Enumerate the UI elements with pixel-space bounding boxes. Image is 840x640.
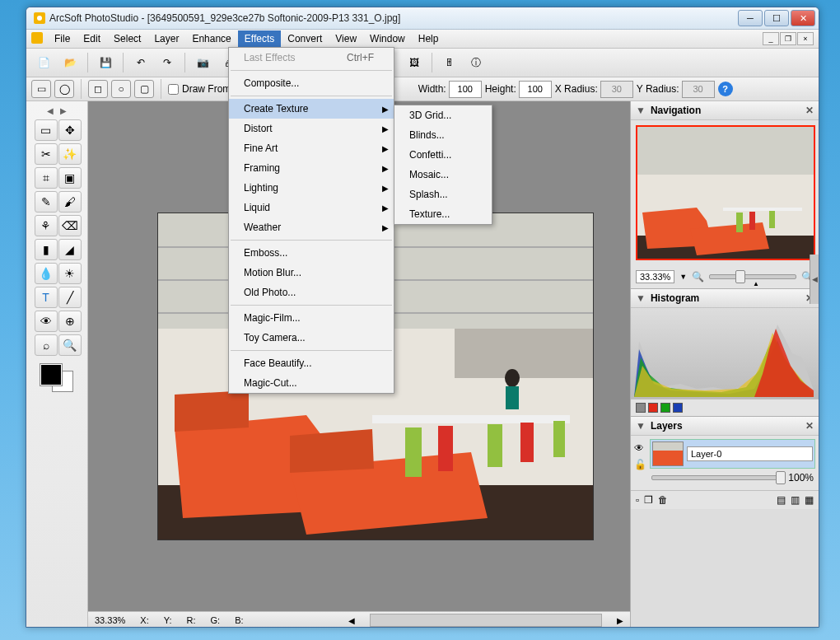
mi-texture[interactable]: Texture... — [394, 204, 544, 224]
eraser-tool-icon[interactable]: ⌫ — [58, 215, 82, 236]
mi-splash[interactable]: Splash... — [394, 185, 544, 204]
line-tool-icon[interactable]: ╱ — [58, 287, 82, 308]
layer-menu1-icon[interactable]: ▤ — [777, 494, 786, 506]
menu-window[interactable]: Window — [363, 30, 412, 47]
toolbox-right-icon[interactable]: ▶ — [59, 106, 68, 114]
mdi-close[interactable]: × — [797, 32, 814, 45]
transform-tool-icon[interactable]: ▣ — [58, 167, 82, 189]
mi-blinds[interactable]: Blinds... — [394, 125, 544, 145]
mi-framing[interactable]: Framing▶ — [229, 158, 394, 178]
mi-face-beautify[interactable]: Face Beautify... — [229, 353, 394, 373]
undo-icon[interactable]: ↶ — [128, 50, 153, 75]
mi-confetti[interactable]: Confetti... — [394, 145, 544, 165]
mi-last-effects[interactable]: Last EffectsCtrl+F — [229, 48, 394, 68]
move-tool-icon[interactable]: ✥ — [58, 119, 82, 141]
hist-blue-icon[interactable] — [673, 403, 683, 413]
maximize-button[interactable]: ☐ — [764, 10, 789, 26]
layer-opacity-slider[interactable] — [651, 475, 785, 480]
brush-tool-icon[interactable]: 🖌 — [58, 191, 82, 213]
layer-row[interactable] — [650, 439, 815, 469]
menu-file[interactable]: File — [48, 30, 77, 47]
marquee-tool-icon[interactable]: ▭ — [35, 119, 58, 141]
shape-circle-icon[interactable]: ○ — [111, 80, 131, 98]
new-layer-icon[interactable]: ▫ — [636, 494, 639, 506]
bucket-tool-icon[interactable]: ▮ — [35, 239, 58, 260]
shape-ellipse-icon[interactable]: ◯ — [54, 80, 74, 98]
shape-rect-icon[interactable]: ▭ — [31, 80, 51, 98]
mi-magic-cut[interactable]: Magic-Cut... — [229, 373, 394, 393]
height-input[interactable] — [519, 81, 552, 98]
layer-menu2-icon[interactable]: ▥ — [791, 494, 800, 506]
close-panel-icon[interactable]: ✕ — [805, 105, 814, 116]
pen-tool-icon[interactable]: ✎ — [35, 191, 58, 213]
mi-old-photo[interactable]: Old Photo... — [229, 283, 394, 302]
nav-zoom-value[interactable]: 33.33% — [636, 270, 674, 283]
menu-layer[interactable]: Layer — [147, 30, 185, 47]
mi-magic-film[interactable]: Magic-Film... — [229, 308, 394, 328]
mi-composite[interactable]: Composite... — [229, 73, 394, 93]
heal-tool-icon[interactable]: ⊕ — [58, 311, 82, 332]
mdi-restore[interactable]: ❐ — [780, 32, 796, 45]
new-file-icon[interactable]: 📄 — [31, 50, 56, 75]
mi-motion-blur[interactable]: Motion Blur... — [229, 263, 394, 283]
mi-fine-art[interactable]: Fine Art▶ — [229, 138, 394, 158]
panel-collapse-handle[interactable]: ◀ — [810, 255, 819, 304]
save-icon[interactable]: 💾 — [93, 50, 118, 75]
minimize-button[interactable]: ─ — [738, 10, 763, 26]
menu-edit[interactable]: Edit — [77, 30, 107, 47]
layer-name-input[interactable] — [687, 446, 813, 461]
slider-icon[interactable]: 🎚 — [437, 50, 462, 75]
wand-tool-icon[interactable]: ✨ — [58, 143, 82, 165]
collapse-icon[interactable]: ▼ — [636, 105, 646, 116]
info-icon[interactable]: ⓘ — [464, 50, 488, 75]
stamp-tool-icon[interactable]: ⚘ — [35, 215, 58, 236]
mi-3d-grid[interactable]: 3D Grid... — [394, 105, 544, 125]
yradius-input[interactable] — [682, 81, 715, 98]
close-panel-icon[interactable]: ✕ — [805, 420, 814, 432]
hist-gray-icon[interactable] — [636, 403, 646, 413]
mi-emboss[interactable]: Emboss... — [229, 243, 394, 263]
menu-view[interactable]: View — [329, 30, 363, 47]
layer-menu3-icon[interactable]: ▦ — [805, 494, 814, 506]
menu-select[interactable]: Select — [107, 30, 147, 47]
text-tool-icon[interactable]: T — [35, 287, 58, 308]
nav-zoom-slider[interactable]: ▲ — [709, 274, 796, 279]
capture-icon[interactable]: 📷 — [190, 50, 215, 75]
blur-tool-icon[interactable]: 💧 — [35, 263, 58, 284]
menu-convert[interactable]: Convert — [281, 30, 329, 47]
mi-mosaic[interactable]: Mosaic... — [394, 165, 544, 185]
gradient-tool-icon[interactable]: ◢ — [58, 239, 82, 260]
dodge-tool-icon[interactable]: ☀ — [58, 263, 82, 284]
collapse-icon[interactable]: ▼ — [636, 292, 646, 304]
eyedropper-tool-icon[interactable]: ⌕ — [35, 334, 58, 356]
browse-icon[interactable]: 🖼 — [402, 50, 427, 75]
xradius-input[interactable] — [600, 81, 633, 98]
layer-visibility-icon[interactable]: 👁 — [634, 442, 646, 454]
collapse-icon[interactable]: ▼ — [636, 420, 646, 432]
menu-enhance[interactable]: Enhance — [185, 30, 237, 47]
navigation-thumbnail[interactable] — [636, 125, 815, 260]
app-menu-icon[interactable] — [31, 32, 44, 45]
hist-red-icon[interactable] — [648, 403, 658, 413]
zoom-tool-icon[interactable]: 🔍 — [58, 334, 82, 356]
delete-layer-icon[interactable]: 🗑 — [658, 494, 668, 506]
menu-help[interactable]: Help — [412, 30, 446, 47]
mi-lighting[interactable]: Lighting▶ — [229, 178, 394, 198]
shape-roundrect-icon[interactable]: ▢ — [134, 80, 154, 98]
mi-liquid[interactable]: Liquid▶ — [229, 198, 394, 217]
redo-icon[interactable]: ↷ — [155, 50, 180, 75]
shape-square-icon[interactable]: ◻ — [88, 80, 108, 98]
close-button[interactable]: ✕ — [791, 10, 815, 26]
help-icon[interactable]: ? — [718, 82, 733, 96]
menu-effects[interactable]: Effects — [238, 30, 281, 47]
lasso-tool-icon[interactable]: ✂ — [35, 143, 58, 165]
redeye-tool-icon[interactable]: 👁 — [35, 311, 58, 332]
mi-create-texture[interactable]: Create Texture▶ — [229, 99, 394, 119]
mi-toy-camera[interactable]: Toy Camera... — [229, 328, 394, 348]
zoom-out-icon[interactable]: 🔍 — [692, 271, 704, 283]
color-swatch[interactable] — [40, 364, 73, 392]
mdi-minimize[interactable]: _ — [763, 32, 779, 45]
duplicate-layer-icon[interactable]: ❐ — [644, 494, 653, 506]
mi-weather[interactable]: Weather▶ — [229, 217, 394, 237]
toolbox-left-icon[interactable]: ◀ — [46, 106, 54, 114]
